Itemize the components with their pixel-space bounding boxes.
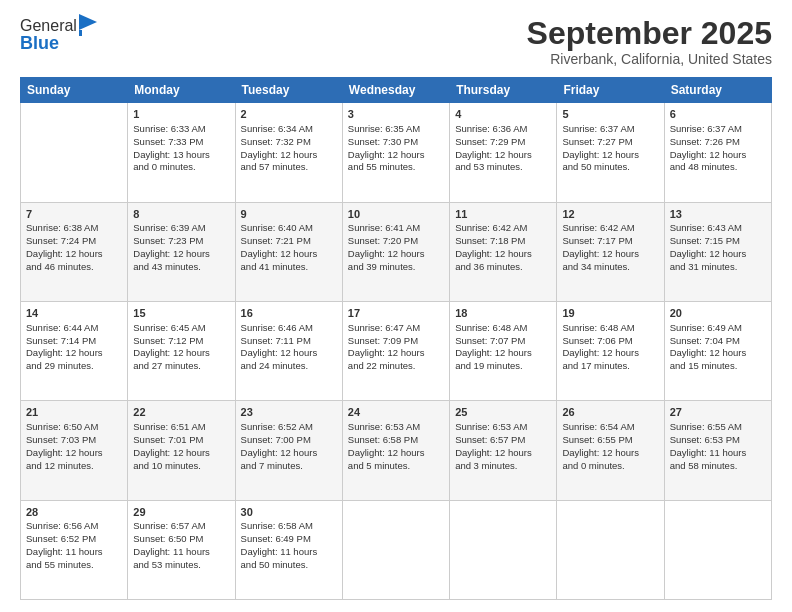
cell-text-line: Sunrise: 6:51 AM: [133, 421, 229, 434]
cell-text-line: Daylight: 12 hours: [26, 447, 122, 460]
cell-text-line: and 3 minutes.: [455, 460, 551, 473]
logo: General Blue: [20, 16, 97, 54]
cell-text-line: Sunrise: 6:58 AM: [241, 520, 337, 533]
cell-text-line: Sunrise: 6:39 AM: [133, 222, 229, 235]
calendar-cell: 30Sunrise: 6:58 AMSunset: 6:49 PMDayligh…: [235, 500, 342, 599]
cell-text-line: Daylight: 12 hours: [348, 347, 444, 360]
calendar-cell: 8Sunrise: 6:39 AMSunset: 7:23 PMDaylight…: [128, 202, 235, 301]
cell-text-line: Sunset: 6:50 PM: [133, 533, 229, 546]
cell-text-line: Daylight: 12 hours: [348, 447, 444, 460]
cell-text-line: Sunrise: 6:33 AM: [133, 123, 229, 136]
calendar-cell: [450, 500, 557, 599]
calendar-cell: 14Sunrise: 6:44 AMSunset: 7:14 PMDayligh…: [21, 301, 128, 400]
cell-text-line: and 31 minutes.: [670, 261, 766, 274]
cell-text-line: Sunrise: 6:40 AM: [241, 222, 337, 235]
cell-text-line: Daylight: 12 hours: [348, 248, 444, 261]
calendar-cell: 27Sunrise: 6:55 AMSunset: 6:53 PMDayligh…: [664, 401, 771, 500]
calendar-cell: [342, 500, 449, 599]
day-number: 13: [670, 207, 766, 222]
cell-text-line: Sunrise: 6:57 AM: [133, 520, 229, 533]
cell-text-line: Sunrise: 6:41 AM: [348, 222, 444, 235]
cell-text-line: and 55 minutes.: [348, 161, 444, 174]
day-header-sunday: Sunday: [21, 78, 128, 103]
calendar-cell: 25Sunrise: 6:53 AMSunset: 6:57 PMDayligh…: [450, 401, 557, 500]
cell-text-line: Sunrise: 6:36 AM: [455, 123, 551, 136]
cell-text-line: Sunset: 7:26 PM: [670, 136, 766, 149]
svg-rect-1: [79, 30, 82, 36]
cell-text-line: Daylight: 12 hours: [562, 149, 658, 162]
cell-text-line: Sunset: 7:23 PM: [133, 235, 229, 248]
day-number: 30: [241, 505, 337, 520]
day-number: 22: [133, 405, 229, 420]
calendar-cell: 23Sunrise: 6:52 AMSunset: 7:00 PMDayligh…: [235, 401, 342, 500]
day-number: 27: [670, 405, 766, 420]
cell-text-line: Sunset: 7:01 PM: [133, 434, 229, 447]
calendar-cell: 26Sunrise: 6:54 AMSunset: 6:55 PMDayligh…: [557, 401, 664, 500]
cell-text-line: and 10 minutes.: [133, 460, 229, 473]
cell-text-line: Sunrise: 6:43 AM: [670, 222, 766, 235]
cell-text-line: Sunset: 7:00 PM: [241, 434, 337, 447]
cell-text-line: and 39 minutes.: [348, 261, 444, 274]
cell-text-line: Sunset: 6:57 PM: [455, 434, 551, 447]
cell-text-line: Sunset: 7:07 PM: [455, 335, 551, 348]
cell-text-line: and 53 minutes.: [455, 161, 551, 174]
cell-text-line: and 57 minutes.: [241, 161, 337, 174]
calendar-cell: 11Sunrise: 6:42 AMSunset: 7:18 PMDayligh…: [450, 202, 557, 301]
calendar-cell: 21Sunrise: 6:50 AMSunset: 7:03 PMDayligh…: [21, 401, 128, 500]
location-subtitle: Riverbank, California, United States: [527, 51, 772, 67]
calendar-cell: 13Sunrise: 6:43 AMSunset: 7:15 PMDayligh…: [664, 202, 771, 301]
day-header-saturday: Saturday: [664, 78, 771, 103]
calendar-cell: 15Sunrise: 6:45 AMSunset: 7:12 PMDayligh…: [128, 301, 235, 400]
cell-text-line: and 55 minutes.: [26, 559, 122, 572]
cell-text-line: Sunrise: 6:47 AM: [348, 322, 444, 335]
day-number: 28: [26, 505, 122, 520]
cell-text-line: Sunset: 7:33 PM: [133, 136, 229, 149]
day-number: 10: [348, 207, 444, 222]
day-number: 2: [241, 107, 337, 122]
calendar-week-row: 1Sunrise: 6:33 AMSunset: 7:33 PMDaylight…: [21, 103, 772, 202]
cell-text-line: Sunset: 7:21 PM: [241, 235, 337, 248]
day-header-friday: Friday: [557, 78, 664, 103]
cell-text-line: Sunset: 6:58 PM: [348, 434, 444, 447]
calendar-cell: 28Sunrise: 6:56 AMSunset: 6:52 PMDayligh…: [21, 500, 128, 599]
cell-text-line: and 5 minutes.: [348, 460, 444, 473]
cell-text-line: and 48 minutes.: [670, 161, 766, 174]
calendar-cell: 24Sunrise: 6:53 AMSunset: 6:58 PMDayligh…: [342, 401, 449, 500]
calendar-week-row: 14Sunrise: 6:44 AMSunset: 7:14 PMDayligh…: [21, 301, 772, 400]
day-number: 9: [241, 207, 337, 222]
cell-text-line: Daylight: 12 hours: [562, 248, 658, 261]
cell-text-line: Sunrise: 6:37 AM: [562, 123, 658, 136]
cell-text-line: Daylight: 11 hours: [241, 546, 337, 559]
cell-text-line: Sunrise: 6:48 AM: [455, 322, 551, 335]
cell-text-line: and 24 minutes.: [241, 360, 337, 373]
cell-text-line: Sunrise: 6:38 AM: [26, 222, 122, 235]
cell-text-line: Daylight: 12 hours: [241, 447, 337, 460]
cell-text-line: Daylight: 12 hours: [670, 248, 766, 261]
cell-text-line: Sunrise: 6:56 AM: [26, 520, 122, 533]
cell-text-line: and 7 minutes.: [241, 460, 337, 473]
cell-text-line: Sunrise: 6:50 AM: [26, 421, 122, 434]
day-header-thursday: Thursday: [450, 78, 557, 103]
day-number: 4: [455, 107, 551, 122]
calendar-cell: 5Sunrise: 6:37 AMSunset: 7:27 PMDaylight…: [557, 103, 664, 202]
cell-text-line: Sunrise: 6:34 AM: [241, 123, 337, 136]
day-header-monday: Monday: [128, 78, 235, 103]
calendar-cell: 4Sunrise: 6:36 AMSunset: 7:29 PMDaylight…: [450, 103, 557, 202]
cell-text-line: Sunset: 7:18 PM: [455, 235, 551, 248]
cell-text-line: Sunset: 7:03 PM: [26, 434, 122, 447]
day-number: 8: [133, 207, 229, 222]
cell-text-line: and 27 minutes.: [133, 360, 229, 373]
day-number: 7: [26, 207, 122, 222]
day-number: 18: [455, 306, 551, 321]
day-number: 1: [133, 107, 229, 122]
calendar-header-row: SundayMondayTuesdayWednesdayThursdayFrid…: [21, 78, 772, 103]
calendar-cell: 18Sunrise: 6:48 AMSunset: 7:07 PMDayligh…: [450, 301, 557, 400]
cell-text-line: and 17 minutes.: [562, 360, 658, 373]
day-number: 15: [133, 306, 229, 321]
cell-text-line: Sunset: 7:24 PM: [26, 235, 122, 248]
cell-text-line: Sunset: 7:29 PM: [455, 136, 551, 149]
calendar-cell: 2Sunrise: 6:34 AMSunset: 7:32 PMDaylight…: [235, 103, 342, 202]
cell-text-line: and 0 minutes.: [562, 460, 658, 473]
page: General Blue September 2025 Riverbank, C…: [0, 0, 792, 612]
cell-text-line: Sunrise: 6:49 AM: [670, 322, 766, 335]
